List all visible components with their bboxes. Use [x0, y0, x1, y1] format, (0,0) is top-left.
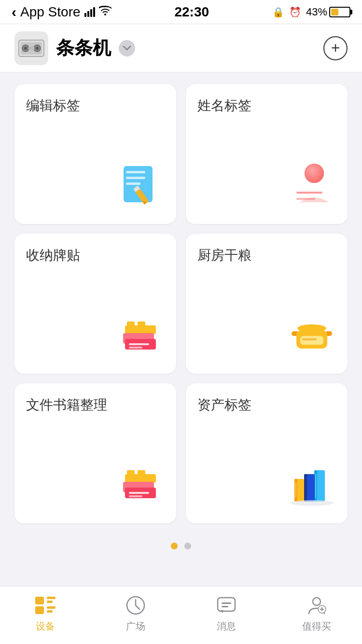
tab-label-mine: 值得买	[302, 620, 331, 633]
svg-rect-52	[47, 601, 53, 603]
svg-rect-50	[35, 606, 44, 614]
card-title-name: 姓名标签	[197, 97, 251, 115]
svg-rect-9	[126, 177, 145, 179]
battery-icon	[329, 7, 350, 17]
tab-icon-square	[123, 593, 148, 618]
status-time: 22:30	[174, 4, 209, 20]
card-title-asset: 资产标签	[197, 396, 251, 414]
svg-rect-6	[28, 47, 34, 50]
card-icon-name	[197, 152, 336, 210]
svg-point-15	[305, 164, 324, 183]
battery-indicator: 43%	[306, 6, 350, 18]
add-button[interactable]: +	[323, 36, 348, 60]
back-icon[interactable]: ‹	[12, 4, 16, 20]
app-icon	[14, 31, 48, 65]
svg-rect-25	[138, 322, 145, 327]
wifi-icon	[99, 6, 111, 18]
dot-2[interactable]	[184, 543, 191, 549]
card-icon-asset	[197, 451, 336, 509]
svg-rect-29	[308, 324, 316, 328]
svg-rect-8	[126, 171, 145, 173]
svg-rect-38	[127, 470, 135, 476]
tab-label-messages: 消息	[217, 620, 236, 633]
card-title-edit: 编辑标签	[26, 97, 80, 115]
tab-label-square: 广场	[126, 620, 145, 633]
svg-rect-49	[35, 597, 44, 604]
card-asset[interactable]: 资产标签	[186, 383, 348, 523]
tab-icon-messages	[214, 593, 239, 618]
status-bar: ‹ App Store 22:30 🔒 ⏰ 43%	[0, 0, 362, 24]
battery-fill	[331, 9, 338, 15]
card-storage[interactable]: 收纳牌贴	[14, 234, 176, 374]
dot-1[interactable]	[171, 543, 178, 549]
card-kitchen[interactable]: 厨房干粮	[186, 234, 348, 374]
svg-rect-53	[47, 606, 56, 609]
card-title-files: 文件书籍整理	[26, 396, 107, 414]
tab-square[interactable]: 广场	[111, 593, 160, 633]
svg-rect-36	[129, 492, 149, 494]
svg-rect-54	[47, 610, 53, 613]
carrier-text: App Store	[20, 4, 81, 20]
tab-icon-mine	[304, 593, 329, 618]
card-grid: 编辑标签 姓名标签	[0, 72, 362, 535]
signal-icon	[84, 7, 95, 17]
svg-rect-37	[129, 495, 142, 497]
card-title-storage: 收纳牌贴	[26, 246, 80, 265]
alarm-icon: ⏰	[289, 6, 301, 18]
svg-rect-51	[47, 597, 56, 599]
tab-icon-devices	[33, 593, 58, 618]
card-icon-files	[26, 451, 165, 509]
card-icon-storage	[26, 301, 165, 359]
card-icon-kitchen	[197, 301, 336, 359]
svg-rect-44	[304, 474, 307, 502]
card-title-kitchen: 厨房干粮	[197, 246, 251, 265]
tab-messages[interactable]: 消息	[202, 593, 251, 633]
app-header: 条条机 +	[0, 24, 362, 72]
svg-rect-58	[222, 606, 228, 607]
card-files[interactable]: 文件书籍整理	[14, 383, 176, 523]
svg-rect-42	[315, 474, 316, 498]
tab-label-devices: 设备	[36, 620, 55, 633]
card-edit-label[interactable]: 编辑标签	[14, 84, 176, 224]
svg-rect-23	[129, 347, 142, 349]
card-icon-edit	[26, 152, 165, 210]
tab-devices[interactable]: 设备	[21, 593, 70, 633]
svg-rect-32	[302, 338, 317, 340]
lock-icon: 🔒	[272, 6, 284, 18]
app-title: 条条机	[56, 36, 111, 60]
dropdown-button[interactable]	[119, 40, 135, 56]
tab-bar: 设备 广场 消息	[0, 586, 362, 644]
status-right: 🔒 ⏰ 43%	[272, 6, 350, 18]
svg-rect-22	[129, 343, 149, 345]
svg-point-59	[313, 598, 320, 605]
battery-percent: 43%	[306, 6, 327, 18]
svg-point-48	[290, 500, 334, 506]
svg-rect-47	[295, 482, 296, 498]
svg-point-5	[36, 47, 39, 50]
svg-rect-24	[127, 322, 135, 327]
tab-mine[interactable]: 值得买	[292, 593, 341, 633]
header-left: 条条机	[14, 31, 135, 65]
svg-rect-39	[138, 470, 145, 476]
card-name-label[interactable]: 姓名标签	[186, 84, 348, 224]
svg-rect-57	[222, 602, 231, 604]
pagination-dots	[0, 535, 362, 559]
svg-point-3	[24, 47, 27, 50]
svg-rect-56	[218, 598, 235, 611]
svg-rect-10	[126, 182, 140, 185]
status-left: ‹ App Store	[12, 4, 111, 20]
